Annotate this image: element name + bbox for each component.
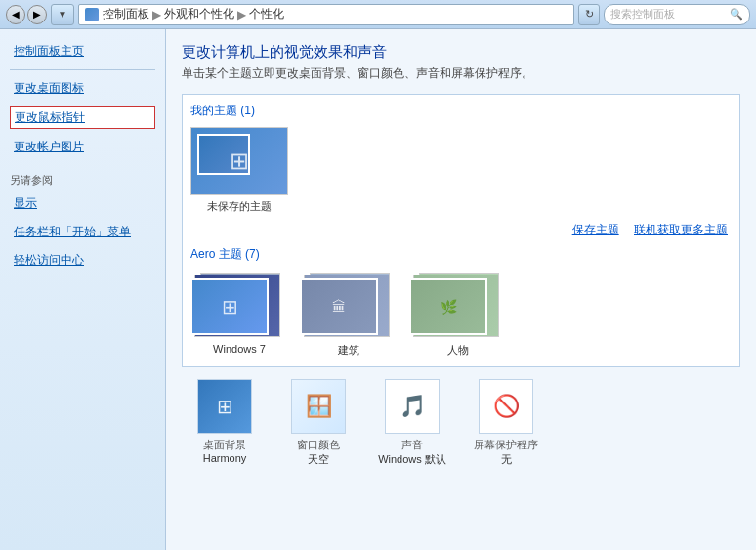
forward-button[interactable]: ▶ (27, 5, 47, 24)
sidebar-link-accessibility[interactable]: 轻松访问中心 (10, 250, 155, 271)
sidebar-divider (10, 69, 155, 70)
main-container: 控制面板主页 更改桌面图标 更改鼠标指针 更改帐户图片 另请参阅 显示 任务栏和… (0, 29, 756, 550)
search-placeholder: 搜索控制面板 (610, 7, 675, 21)
sound-label-top: 声音 (401, 438, 423, 452)
unsaved-thumbnail (190, 127, 288, 195)
desktop-bg-label-bottom: Harmony (203, 452, 247, 464)
sidebar-link-home[interactable]: 控制面板主页 (10, 41, 155, 62)
windows7-label: Windows 7 (213, 343, 266, 355)
arch-thumb-front: 🏛 (300, 278, 378, 335)
theme-item-nature[interactable]: 🌿 人物 (409, 271, 507, 358)
desktop-bg-label-top: 桌面背景 (203, 438, 246, 452)
theme-item-windows7[interactable]: ⊞ Windows 7 (190, 271, 288, 358)
theme-item-unsaved[interactable]: 未保存的主题 (190, 127, 288, 214)
address-sep1: ▶ (152, 8, 161, 21)
windows7-thumbnail: ⊞ (190, 271, 288, 339)
screensaver-label-top: 屏幕保护程序 (474, 438, 538, 452)
sidebar-link-desktop-icons[interactable]: 更改桌面图标 (10, 78, 155, 99)
arch-label: 建筑 (338, 343, 359, 358)
search-icon: 🔍 (730, 8, 743, 21)
my-themes-label: 我的主题 (1) (190, 103, 732, 119)
sound-label-bottom: Windows 默认 (378, 452, 446, 467)
sound-icon (385, 379, 440, 434)
nature-label: 人物 (447, 343, 469, 358)
bottom-item-screensaver[interactable]: 屏幕保护程序 无 (467, 379, 545, 467)
theme-panel: 我的主题 (1) 未保存的主题 保存主题 联机获取更多主题 Aero 主题 (7… (182, 94, 740, 367)
back-button[interactable]: ◀ (6, 5, 25, 24)
bottom-item-sound[interactable]: 声音 Windows 默认 (373, 379, 451, 467)
nature-thumb-front: 🌿 (409, 278, 487, 335)
page-title: 更改计算机上的视觉效果和声音 (182, 43, 740, 62)
get-more-themes-link[interactable]: 联机获取更多主题 (634, 223, 728, 236)
bottom-item-desktop-bg[interactable]: 桌面背景 Harmony (186, 379, 264, 467)
search-bar[interactable]: 搜索控制面板 🔍 (604, 4, 750, 25)
screensaver-icon (479, 379, 533, 434)
page-subtitle: 单击某个主题立即更改桌面背景、窗口颜色、声音和屏幕保护程序。 (182, 65, 740, 82)
address-bar[interactable]: 控制面板 ▶ 外观和个性化 ▶ 个性化 (78, 4, 574, 25)
sidebar: 控制面板主页 更改桌面图标 更改鼠标指针 更改帐户图片 另请参阅 显示 任务栏和… (0, 29, 166, 550)
save-row: 保存主题 联机获取更多主题 (190, 222, 728, 238)
window-color-label-top: 窗口颜色 (297, 438, 340, 452)
content-area: 更改计算机上的视觉效果和声音 单击某个主题立即更改桌面背景、窗口颜色、声音和屏幕… (166, 29, 756, 550)
sidebar-link-taskbar[interactable]: 任务栏和「开始」菜单 (10, 222, 155, 242)
screensaver-label-bottom: 无 (501, 452, 512, 467)
bottom-row: 桌面背景 Harmony 窗口颜色 天空 声音 Windows 默认 屏幕保护程… (182, 379, 740, 467)
address-part3: 个性化 (249, 6, 284, 22)
address-part1: 控制面板 (103, 6, 149, 22)
window-color-label-bottom: 天空 (308, 452, 329, 467)
also-see-title: 另请参阅 (10, 173, 155, 188)
aero-themes-grid: ⊞ Windows 7 🏛 建筑 (190, 271, 732, 358)
window-controls: ◀ ▶ (6, 5, 47, 24)
sidebar-link-display[interactable]: 显示 (10, 193, 155, 214)
recent-pages-button[interactable]: ▼ (51, 4, 74, 25)
desktop-bg-icon (197, 379, 252, 434)
sidebar-link-account-pic[interactable]: 更改帐户图片 (10, 137, 155, 157)
my-themes-grid: 未保存的主题 (190, 127, 732, 214)
address-part2: 外观和个性化 (164, 6, 234, 22)
aero-themes-label: Aero 主题 (7) (190, 246, 732, 263)
save-theme-link[interactable]: 保存主题 (572, 223, 619, 236)
window-color-icon (291, 379, 346, 434)
bottom-item-window-color[interactable]: 窗口颜色 天空 (279, 379, 357, 467)
nature-thumbnail: 🌿 (409, 271, 507, 339)
unsaved-theme-label: 未保存的主题 (207, 199, 272, 214)
refresh-button[interactable]: ↻ (578, 4, 600, 25)
arch-thumbnail: 🏛 (300, 271, 398, 339)
title-bar: ◀ ▶ ▼ 控制面板 ▶ 外观和个性化 ▶ 个性化 ↻ 搜索控制面板 🔍 (0, 0, 756, 29)
address-sep2: ▶ (237, 8, 246, 21)
theme-item-architecture[interactable]: 🏛 建筑 (300, 271, 398, 358)
thumb-front: ⊞ (190, 278, 269, 335)
sidebar-link-mouse-pointer[interactable]: 更改鼠标指针 (10, 106, 155, 129)
address-icon (85, 8, 99, 21)
